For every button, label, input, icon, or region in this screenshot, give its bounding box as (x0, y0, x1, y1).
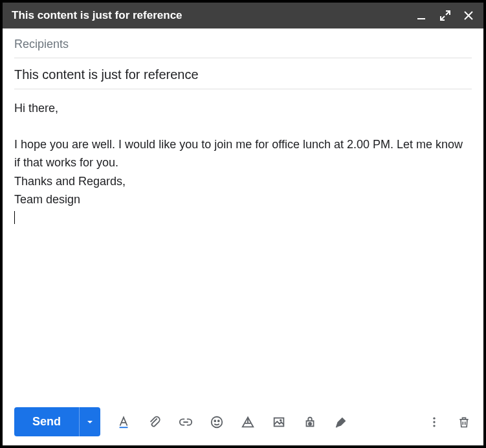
body-greeting: Hi there, (14, 100, 472, 118)
image-icon[interactable] (271, 414, 287, 430)
subject-field[interactable]: This content is just for reference (14, 58, 472, 89)
drive-icon[interactable] (240, 414, 256, 430)
link-icon[interactable] (178, 414, 193, 430)
recipients-placeholder: Recipients (14, 38, 69, 50)
text-cursor (14, 211, 15, 224)
svg-rect-5 (274, 418, 284, 426)
body-paragraph: I hope you are well. I would like you to… (14, 136, 472, 172)
window-title-bar: This content is just for reference (3, 3, 483, 28)
trash-icon[interactable] (456, 414, 472, 430)
close-icon[interactable] (463, 10, 474, 21)
expand-icon[interactable] (439, 10, 451, 21)
send-options-button[interactable] (79, 407, 100, 436)
svg-point-4 (218, 420, 219, 421)
svg-point-6 (280, 420, 282, 421)
pen-icon[interactable] (333, 414, 349, 430)
more-options-icon[interactable] (426, 414, 442, 430)
svg-rect-1 (120, 427, 128, 428)
svg-rect-0 (417, 18, 425, 19)
recipients-field[interactable]: Recipients (14, 28, 472, 58)
send-button[interactable]: Send (14, 407, 79, 436)
formatting-icons (116, 414, 426, 430)
subject-text: This content is just for reference (14, 67, 199, 82)
body-signoff-1: Thanks and Regards, (14, 172, 472, 191)
svg-point-9 (433, 417, 435, 419)
toolbar-right (426, 414, 472, 430)
attach-icon[interactable] (147, 414, 162, 430)
emoji-icon[interactable] (209, 414, 225, 430)
compose-toolbar: Send (3, 401, 483, 445)
minimize-icon[interactable] (416, 10, 428, 21)
message-body[interactable]: Hi there, I hope you are well. I would l… (14, 89, 472, 401)
compose-content: Recipients This content is just for refe… (3, 28, 483, 401)
window-controls (416, 10, 474, 21)
window-title: This content is just for reference (12, 9, 182, 22)
text-format-icon[interactable] (116, 414, 131, 430)
svg-point-10 (433, 421, 435, 423)
svg-point-11 (433, 425, 435, 427)
svg-point-3 (214, 420, 215, 421)
svg-point-2 (212, 416, 223, 427)
send-button-group: Send (14, 407, 100, 436)
confidential-icon[interactable] (302, 414, 318, 430)
body-signoff-2: Team design (14, 190, 472, 209)
